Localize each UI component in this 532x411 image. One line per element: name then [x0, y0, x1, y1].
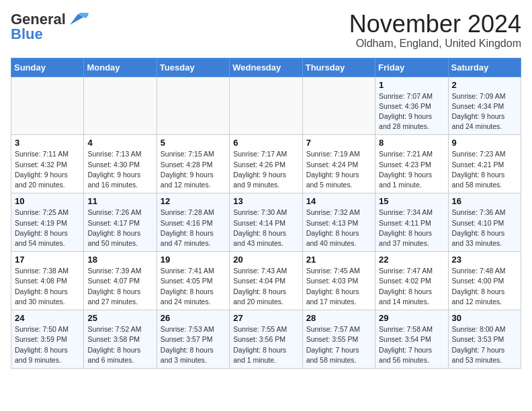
calendar-header: SundayMondayTuesdayWednesdayThursdayFrid…	[11, 58, 521, 77]
day-cell: 29Sunrise: 7:58 AM Sunset: 3:54 PM Dayli…	[375, 310, 448, 369]
day-number: 17	[15, 255, 80, 265]
day-info: Sunrise: 7:39 AM Sunset: 4:07 PM Dayligh…	[87, 266, 152, 307]
day-info: Sunrise: 7:11 AM Sunset: 4:32 PM Dayligh…	[15, 149, 80, 190]
header-day-thursday: Thursday	[302, 58, 375, 77]
day-info: Sunrise: 7:25 AM Sunset: 4:19 PM Dayligh…	[15, 208, 80, 248]
day-info: Sunrise: 7:09 AM Sunset: 4:34 PM Dayligh…	[452, 91, 517, 132]
location-subtitle: Oldham, England, United Kingdom	[349, 38, 521, 50]
day-info: Sunrise: 7:32 AM Sunset: 4:13 PM Dayligh…	[306, 208, 371, 248]
day-cell: 14Sunrise: 7:32 AM Sunset: 4:13 PM Dayli…	[302, 193, 375, 252]
day-cell: 21Sunrise: 7:45 AM Sunset: 4:03 PM Dayli…	[302, 252, 375, 310]
day-info: Sunrise: 7:23 AM Sunset: 4:21 PM Dayligh…	[452, 149, 517, 190]
week-row-2: 3Sunrise: 7:11 AM Sunset: 4:32 PM Daylig…	[11, 135, 521, 193]
day-cell: 22Sunrise: 7:47 AM Sunset: 4:02 PM Dayli…	[375, 252, 448, 310]
day-info: Sunrise: 8:00 AM Sunset: 3:53 PM Dayligh…	[452, 324, 517, 365]
day-number: 5	[161, 138, 226, 148]
day-cell: 17Sunrise: 7:38 AM Sunset: 4:08 PM Dayli…	[11, 252, 84, 310]
day-number: 26	[161, 313, 226, 323]
month-title: November 2024	[349, 11, 521, 38]
day-cell: 6Sunrise: 7:17 AM Sunset: 4:26 PM Daylig…	[230, 135, 302, 193]
day-number: 9	[452, 138, 517, 148]
day-cell: 4Sunrise: 7:13 AM Sunset: 4:30 PM Daylig…	[84, 135, 157, 193]
day-info: Sunrise: 7:28 AM Sunset: 4:16 PM Dayligh…	[161, 208, 226, 248]
day-info: Sunrise: 7:55 AM Sunset: 3:56 PM Dayligh…	[233, 324, 298, 365]
day-cell: 1Sunrise: 7:07 AM Sunset: 4:36 PM Daylig…	[375, 77, 448, 135]
day-number: 8	[379, 138, 444, 148]
day-cell: 27Sunrise: 7:55 AM Sunset: 3:56 PM Dayli…	[230, 310, 302, 369]
day-number: 20	[233, 255, 298, 265]
day-cell	[230, 77, 302, 135]
day-number: 23	[452, 255, 517, 265]
day-info: Sunrise: 7:30 AM Sunset: 4:14 PM Dayligh…	[233, 208, 298, 248]
day-number: 6	[233, 138, 298, 148]
day-cell: 16Sunrise: 7:36 AM Sunset: 4:10 PM Dayli…	[448, 193, 521, 252]
week-row-3: 10Sunrise: 7:25 AM Sunset: 4:19 PM Dayli…	[11, 193, 521, 252]
day-info: Sunrise: 7:13 AM Sunset: 4:30 PM Dayligh…	[87, 149, 152, 190]
day-info: Sunrise: 7:19 AM Sunset: 4:24 PM Dayligh…	[306, 149, 371, 190]
header-day-sunday: Sunday	[11, 58, 84, 77]
day-number: 18	[87, 255, 152, 265]
header-day-monday: Monday	[84, 58, 157, 77]
day-number: 16	[452, 196, 517, 206]
day-info: Sunrise: 7:43 AM Sunset: 4:04 PM Dayligh…	[233, 266, 298, 307]
day-info: Sunrise: 7:48 AM Sunset: 4:00 PM Dayligh…	[452, 266, 517, 307]
day-number: 15	[379, 196, 444, 206]
day-cell: 30Sunrise: 8:00 AM Sunset: 3:53 PM Dayli…	[448, 310, 521, 369]
day-number: 14	[306, 196, 371, 206]
day-number: 25	[87, 313, 152, 323]
day-info: Sunrise: 7:47 AM Sunset: 4:02 PM Dayligh…	[379, 266, 444, 307]
day-info: Sunrise: 7:52 AM Sunset: 3:58 PM Dayligh…	[87, 324, 152, 365]
day-cell: 28Sunrise: 7:57 AM Sunset: 3:55 PM Dayli…	[302, 310, 375, 369]
day-number: 19	[161, 255, 226, 265]
day-cell	[84, 77, 157, 135]
day-cell: 3Sunrise: 7:11 AM Sunset: 4:32 PM Daylig…	[11, 135, 84, 193]
header-row: SundayMondayTuesdayWednesdayThursdayFrid…	[11, 58, 521, 77]
week-row-4: 17Sunrise: 7:38 AM Sunset: 4:08 PM Dayli…	[11, 252, 521, 310]
day-info: Sunrise: 7:45 AM Sunset: 4:03 PM Dayligh…	[306, 266, 371, 307]
day-number: 10	[15, 196, 80, 206]
day-number: 22	[379, 255, 444, 265]
day-cell: 11Sunrise: 7:26 AM Sunset: 4:17 PM Dayli…	[84, 193, 157, 252]
header-day-wednesday: Wednesday	[230, 58, 302, 77]
day-cell: 7Sunrise: 7:19 AM Sunset: 4:24 PM Daylig…	[302, 135, 375, 193]
day-cell: 23Sunrise: 7:48 AM Sunset: 4:00 PM Dayli…	[448, 252, 521, 310]
day-info: Sunrise: 7:17 AM Sunset: 4:26 PM Dayligh…	[233, 149, 298, 190]
day-info: Sunrise: 7:21 AM Sunset: 4:23 PM Dayligh…	[379, 149, 444, 190]
header-day-friday: Friday	[375, 58, 448, 77]
logo-blue-text: Blue	[11, 26, 43, 43]
day-number: 21	[306, 255, 371, 265]
header-day-saturday: Saturday	[448, 58, 521, 77]
day-number: 3	[15, 138, 80, 148]
header: General Blue November 2024 Oldham, Engla…	[11, 11, 521, 50]
day-cell	[157, 77, 229, 135]
day-info: Sunrise: 7:38 AM Sunset: 4:08 PM Dayligh…	[15, 266, 80, 307]
day-cell: 10Sunrise: 7:25 AM Sunset: 4:19 PM Dayli…	[11, 193, 84, 252]
week-row-5: 24Sunrise: 7:50 AM Sunset: 3:59 PM Dayli…	[11, 310, 521, 369]
day-number: 12	[161, 196, 226, 206]
day-info: Sunrise: 7:58 AM Sunset: 3:54 PM Dayligh…	[379, 324, 444, 365]
day-cell: 2Sunrise: 7:09 AM Sunset: 4:34 PM Daylig…	[448, 77, 521, 135]
day-number: 2	[452, 80, 517, 90]
header-day-tuesday: Tuesday	[157, 58, 229, 77]
day-cell: 18Sunrise: 7:39 AM Sunset: 4:07 PM Dayli…	[84, 252, 157, 310]
day-cell: 20Sunrise: 7:43 AM Sunset: 4:04 PM Dayli…	[230, 252, 302, 310]
day-cell: 24Sunrise: 7:50 AM Sunset: 3:59 PM Dayli…	[11, 310, 84, 369]
day-cell	[302, 77, 375, 135]
day-number: 13	[233, 196, 298, 206]
day-info: Sunrise: 7:57 AM Sunset: 3:55 PM Dayligh…	[306, 324, 371, 365]
day-info: Sunrise: 7:26 AM Sunset: 4:17 PM Dayligh…	[87, 208, 152, 248]
day-number: 7	[306, 138, 371, 148]
day-cell: 13Sunrise: 7:30 AM Sunset: 4:14 PM Dayli…	[230, 193, 302, 252]
day-info: Sunrise: 7:36 AM Sunset: 4:10 PM Dayligh…	[452, 208, 517, 248]
day-info: Sunrise: 7:41 AM Sunset: 4:05 PM Dayligh…	[161, 266, 226, 307]
day-number: 1	[379, 80, 444, 90]
day-info: Sunrise: 7:50 AM Sunset: 3:59 PM Dayligh…	[15, 324, 80, 365]
day-cell	[11, 77, 84, 135]
day-info: Sunrise: 7:07 AM Sunset: 4:36 PM Dayligh…	[379, 91, 444, 132]
day-cell: 12Sunrise: 7:28 AM Sunset: 4:16 PM Dayli…	[157, 193, 229, 252]
day-number: 27	[233, 313, 298, 323]
day-info: Sunrise: 7:15 AM Sunset: 4:28 PM Dayligh…	[161, 149, 226, 190]
day-number: 29	[379, 313, 444, 323]
day-cell: 25Sunrise: 7:52 AM Sunset: 3:58 PM Dayli…	[84, 310, 157, 369]
calendar-table: SundayMondayTuesdayWednesdayThursdayFrid…	[11, 58, 521, 369]
